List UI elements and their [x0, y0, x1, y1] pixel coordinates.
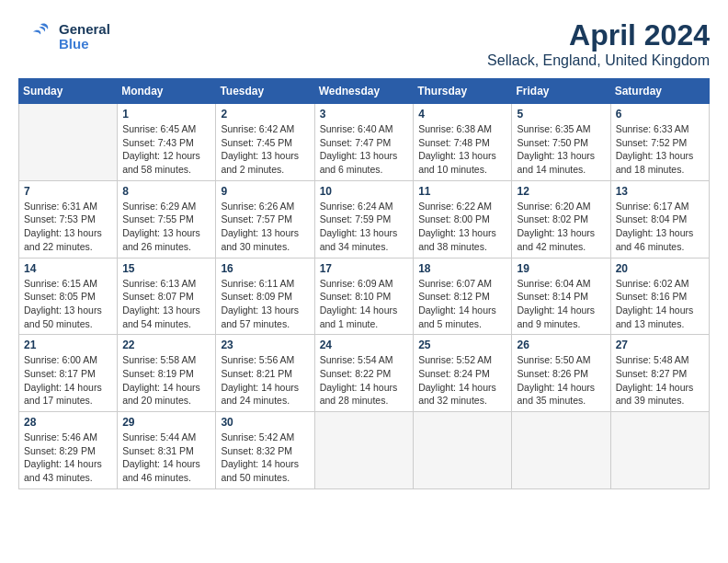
calendar-cell: 12Sunrise: 6:20 AM Sunset: 8:02 PM Dayli…: [512, 180, 610, 258]
day-number: 29: [122, 416, 210, 429]
calendar-cell: [610, 412, 709, 489]
day-number: 14: [24, 262, 112, 275]
calendar-cell: 4Sunrise: 6:38 AM Sunset: 7:48 PM Daylig…: [414, 104, 512, 181]
calendar-cell: 21Sunrise: 6:00 AM Sunset: 8:17 PM Dayli…: [19, 335, 118, 412]
calendar-cell: 29Sunrise: 5:44 AM Sunset: 8:31 PM Dayli…: [118, 412, 216, 489]
day-info: Sunrise: 5:50 AM Sunset: 8:26 PM Dayligh…: [517, 353, 605, 408]
day-info: Sunrise: 5:58 AM Sunset: 8:19 PM Dayligh…: [122, 353, 210, 408]
day-number: 8: [122, 185, 210, 198]
calendar-body: 1Sunrise: 6:45 AM Sunset: 7:43 PM Daylig…: [19, 104, 710, 489]
day-number: 6: [616, 108, 704, 121]
day-info: Sunrise: 6:35 AM Sunset: 7:50 PM Dayligh…: [517, 122, 605, 177]
logo-general-text: General: [59, 22, 110, 38]
logo-name: General Blue: [59, 22, 110, 52]
logo: General Blue: [18, 18, 110, 55]
calendar-cell: 24Sunrise: 5:54 AM Sunset: 8:22 PM Dayli…: [314, 335, 414, 412]
day-number: 18: [418, 262, 506, 275]
day-number: 4: [418, 108, 506, 121]
calendar-cell: [314, 412, 414, 489]
calendar-cell: 22Sunrise: 5:58 AM Sunset: 8:19 PM Dayli…: [118, 335, 216, 412]
header-monday: Monday: [118, 79, 216, 104]
logo-blue-text: Blue: [59, 37, 110, 52]
header-wednesday: Wednesday: [314, 79, 414, 104]
header-saturday: Saturday: [610, 79, 709, 104]
calendar-cell: [512, 412, 610, 489]
day-number: 27: [616, 339, 704, 351]
day-number: 25: [418, 339, 506, 351]
logo-icon: [18, 18, 55, 55]
calendar-header: SundayMondayTuesdayWednesdayThursdayFrid…: [19, 79, 710, 104]
day-info: Sunrise: 5:46 AM Sunset: 8:29 PM Dayligh…: [24, 431, 112, 485]
calendar-cell: 28Sunrise: 5:46 AM Sunset: 8:29 PM Dayli…: [19, 412, 118, 489]
day-number: 28: [24, 416, 112, 429]
day-number: 22: [122, 339, 210, 351]
day-number: 11: [418, 185, 506, 198]
calendar-cell: 15Sunrise: 6:13 AM Sunset: 8:07 PM Dayli…: [118, 258, 216, 335]
location-text: Sellack, England, United Kingdom: [487, 52, 710, 69]
day-info: Sunrise: 6:15 AM Sunset: 8:05 PM Dayligh…: [24, 277, 112, 331]
calendar-cell: 23Sunrise: 5:56 AM Sunset: 8:21 PM Dayli…: [216, 335, 314, 412]
day-number: 10: [320, 185, 409, 198]
day-info: Sunrise: 6:45 AM Sunset: 7:43 PM Dayligh…: [122, 122, 210, 177]
calendar-cell: 19Sunrise: 6:04 AM Sunset: 8:14 PM Dayli…: [512, 258, 610, 335]
day-info: Sunrise: 6:42 AM Sunset: 7:45 PM Dayligh…: [221, 122, 309, 177]
header-friday: Friday: [512, 79, 610, 104]
calendar-cell: 2Sunrise: 6:42 AM Sunset: 7:45 PM Daylig…: [216, 104, 314, 181]
day-info: Sunrise: 6:22 AM Sunset: 8:00 PM Dayligh…: [418, 200, 506, 254]
day-number: 9: [221, 185, 309, 198]
calendar-cell: 30Sunrise: 5:42 AM Sunset: 8:32 PM Dayli…: [216, 412, 314, 489]
calendar-cell: 11Sunrise: 6:22 AM Sunset: 8:00 PM Dayli…: [414, 180, 512, 258]
calendar-cell: 26Sunrise: 5:50 AM Sunset: 8:26 PM Dayli…: [512, 335, 610, 412]
day-info: Sunrise: 6:31 AM Sunset: 7:53 PM Dayligh…: [24, 200, 112, 254]
day-number: 15: [122, 262, 210, 275]
calendar-cell: 1Sunrise: 6:45 AM Sunset: 7:43 PM Daylig…: [118, 104, 216, 181]
calendar-cell: [414, 412, 512, 489]
day-number: 17: [320, 262, 409, 275]
calendar-cell: 14Sunrise: 6:15 AM Sunset: 8:05 PM Dayli…: [19, 258, 118, 335]
calendar-cell: 10Sunrise: 6:24 AM Sunset: 7:59 PM Dayli…: [314, 180, 414, 258]
calendar-cell: 27Sunrise: 5:48 AM Sunset: 8:27 PM Dayli…: [610, 335, 709, 412]
day-info: Sunrise: 6:02 AM Sunset: 8:16 PM Dayligh…: [616, 277, 704, 331]
month-title: April 2024: [487, 18, 710, 52]
calendar-cell: 25Sunrise: 5:52 AM Sunset: 8:24 PM Dayli…: [414, 335, 512, 412]
calendar-cell: 8Sunrise: 6:29 AM Sunset: 7:55 PM Daylig…: [118, 180, 216, 258]
day-info: Sunrise: 5:52 AM Sunset: 8:24 PM Dayligh…: [418, 353, 506, 408]
calendar-table: SundayMondayTuesdayWednesdayThursdayFrid…: [18, 78, 710, 489]
day-number: 21: [24, 339, 112, 351]
calendar-cell: 3Sunrise: 6:40 AM Sunset: 7:47 PM Daylig…: [314, 104, 414, 181]
day-number: 20: [616, 262, 704, 275]
week-row-2: 14Sunrise: 6:15 AM Sunset: 8:05 PM Dayli…: [19, 258, 710, 335]
week-row-0: 1Sunrise: 6:45 AM Sunset: 7:43 PM Daylig…: [19, 104, 710, 181]
day-number: 5: [517, 108, 605, 121]
day-info: Sunrise: 5:42 AM Sunset: 8:32 PM Dayligh…: [221, 431, 309, 485]
header-thursday: Thursday: [414, 79, 512, 104]
day-number: 3: [320, 108, 409, 121]
day-info: Sunrise: 5:54 AM Sunset: 8:22 PM Dayligh…: [320, 353, 409, 408]
header-tuesday: Tuesday: [216, 79, 314, 104]
day-number: 1: [122, 108, 210, 121]
week-row-4: 28Sunrise: 5:46 AM Sunset: 8:29 PM Dayli…: [19, 412, 710, 489]
day-number: 2: [221, 108, 309, 121]
calendar-cell: 7Sunrise: 6:31 AM Sunset: 7:53 PM Daylig…: [19, 180, 118, 258]
day-info: Sunrise: 6:00 AM Sunset: 8:17 PM Dayligh…: [24, 353, 112, 408]
day-number: 30: [221, 416, 309, 429]
title-block: April 2024 Sellack, England, United King…: [487, 18, 710, 69]
day-number: 7: [24, 185, 112, 198]
day-number: 24: [320, 339, 409, 351]
week-row-3: 21Sunrise: 6:00 AM Sunset: 8:17 PM Dayli…: [19, 335, 710, 412]
day-info: Sunrise: 6:07 AM Sunset: 8:12 PM Dayligh…: [418, 277, 506, 331]
calendar-cell: 20Sunrise: 6:02 AM Sunset: 8:16 PM Dayli…: [610, 258, 709, 335]
day-info: Sunrise: 6:17 AM Sunset: 8:04 PM Dayligh…: [616, 200, 704, 254]
calendar-cell: [19, 104, 118, 181]
day-info: Sunrise: 6:11 AM Sunset: 8:09 PM Dayligh…: [221, 277, 309, 331]
day-info: Sunrise: 5:48 AM Sunset: 8:27 PM Dayligh…: [616, 353, 704, 408]
calendar-cell: 18Sunrise: 6:07 AM Sunset: 8:12 PM Dayli…: [414, 258, 512, 335]
day-info: Sunrise: 6:33 AM Sunset: 7:52 PM Dayligh…: [616, 122, 704, 177]
day-info: Sunrise: 6:09 AM Sunset: 8:10 PM Dayligh…: [320, 277, 409, 331]
calendar-cell: 9Sunrise: 6:26 AM Sunset: 7:57 PM Daylig…: [216, 180, 314, 258]
day-info: Sunrise: 6:40 AM Sunset: 7:47 PM Dayligh…: [320, 122, 409, 177]
day-number: 13: [616, 185, 704, 198]
day-info: Sunrise: 6:29 AM Sunset: 7:55 PM Dayligh…: [122, 200, 210, 254]
page-header: General Blue April 2024 Sellack, England…: [18, 18, 710, 69]
calendar-cell: 5Sunrise: 6:35 AM Sunset: 7:50 PM Daylig…: [512, 104, 610, 181]
